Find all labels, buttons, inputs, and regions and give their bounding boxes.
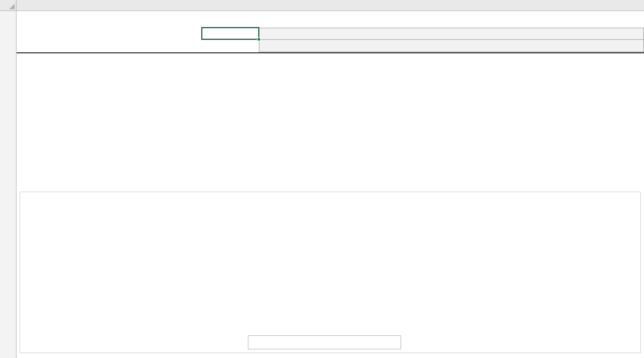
- chart-legend[interactable]: [248, 335, 401, 349]
- fill-handle[interactable]: [257, 37, 261, 41]
- consumption-table: [17, 52, 644, 53]
- year-cell[interactable]: [259, 28, 644, 39]
- row-headers: [0, 11, 17, 358]
- legend-swatch: [318, 338, 328, 347]
- column-headers: [17, 0, 644, 11]
- select-all-triangle-icon: [9, 4, 15, 9]
- month-cell[interactable]: [259, 39, 644, 52]
- selected-cell-c2[interactable]: [201, 27, 259, 40]
- select-all-corner[interactable]: [0, 0, 17, 11]
- spreadsheet-app: [0, 0, 644, 358]
- bar-chart[interactable]: [20, 192, 641, 353]
